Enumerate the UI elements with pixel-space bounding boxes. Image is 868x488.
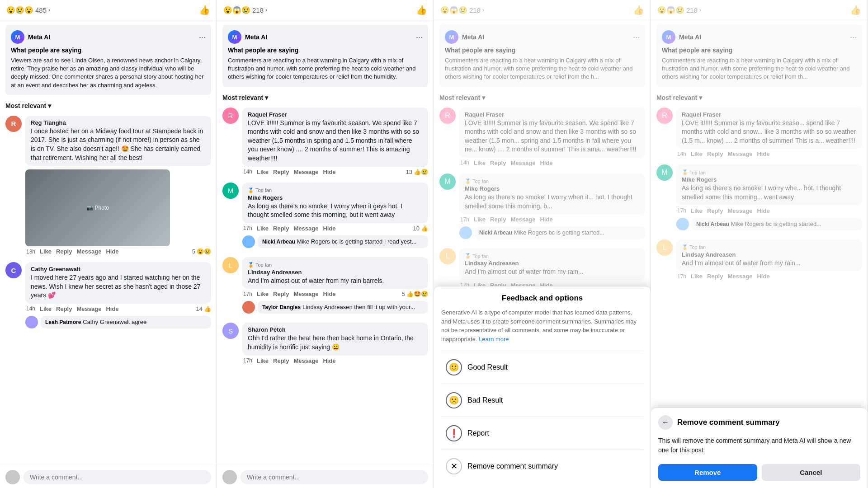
meta-ai-options-2[interactable]: ···	[416, 33, 423, 42]
message-mike[interactable]: Message	[293, 225, 318, 232]
text-lindsay-3: And I'm almost out of water from my rain…	[465, 267, 640, 277]
back-button[interactable]: ←	[658, 415, 673, 430]
like-cathy[interactable]: Like	[40, 305, 52, 312]
report-option[interactable]: ❗ Report	[441, 419, 643, 448]
text-sharon: Ohh I'd rather the heat here then back h…	[248, 334, 423, 352]
remove-actions: Remove Cancel	[658, 464, 860, 481]
top-fan-mike-3: 🏅 Top fan	[465, 178, 489, 184]
message-raquel-3: Message	[510, 160, 535, 166]
hide-mike[interactable]: Hide	[323, 225, 335, 232]
panel-2: 😮😱😢 218 › 👍 M Meta AI ··· What people ar…	[217, 0, 434, 488]
comment-content-lindsay: 🏅 Top fan Lindsay Andreasen And I'm almo…	[242, 257, 428, 316]
sort-row-1: Most relevant ▾	[0, 99, 217, 112]
feedback-title: Feedback and options	[441, 294, 643, 303]
message-reg[interactable]: Message	[76, 248, 101, 255]
bad-result-option[interactable]: 🙁 Bad Result	[441, 386, 643, 415]
bubble-mike-3: 🏅 Top fan Mike Rogers As long as there's…	[459, 174, 645, 214]
meta-ai-box-2: M Meta AI ··· What people are saying Com…	[222, 25, 428, 87]
meta-ai-avatar-3: M	[445, 30, 458, 44]
comment-input-1[interactable]	[24, 470, 211, 484]
meta-ai-avatar-1: M	[11, 30, 24, 44]
meta-ai-options-1[interactable]: ···	[199, 33, 206, 42]
divider-1	[441, 351, 643, 351]
reply-sharon[interactable]: Reply	[273, 357, 289, 364]
name-lindsay: Lindsay Andreasen	[248, 269, 423, 276]
panel-2-body: M Meta AI ··· What people are saying Com…	[217, 20, 434, 466]
comment-input-2[interactable]	[241, 470, 428, 484]
reply-raquel[interactable]: Reply	[273, 169, 289, 175]
message-lindsay[interactable]: Message	[293, 291, 318, 297]
learn-more-link[interactable]: Learn more	[479, 336, 509, 343]
reply-mike[interactable]: Reply	[273, 225, 289, 232]
like-button-1[interactable]: 👍	[199, 5, 210, 15]
sort-row-2: Most relevant ▾	[217, 91, 434, 104]
reaction-count-mike: 10 👍	[413, 225, 428, 232]
comment-content-cathy: Cathy Greenawalt I moved here 27 years a…	[25, 262, 211, 330]
hide-raquel[interactable]: Hide	[323, 169, 335, 175]
comment-content-lindsay-3: 🏅 Top fan Lindsay Andreasen And I'm almo…	[459, 248, 645, 289]
like-button-3: 👍	[633, 5, 644, 15]
sort-chevron-2: ▾	[265, 94, 268, 101]
meta-ai-header-3: M Meta AI ···	[445, 30, 640, 44]
remove-overlay: ← Remove comment summary This will remov…	[651, 408, 868, 488]
like-raquel[interactable]: Like	[257, 169, 269, 175]
bubble-reg: Reg Tiangha I once hosted her on a Midwa…	[25, 116, 211, 166]
remove-desc: This will remove the comment summary and…	[658, 436, 860, 455]
meta-ai-text-1: Viewers are sad to see Linda Olsen, a re…	[11, 56, 206, 89]
actions-raquel-3: 14h Like Reply Message Hide	[459, 160, 645, 166]
actions-reg: 13h Like Reply Message Hide 5 😮😢	[25, 248, 211, 255]
sub-comment-nicki-3: Nicki Arbeau Mike Rogers bc is getting s…	[459, 225, 645, 241]
reactions-count-2[interactable]: 😮😱😢 218 ›	[223, 6, 267, 14]
name-reg: Reg Tiangha	[31, 119, 206, 126]
reaction-count-reg: 5 😮😢	[192, 248, 211, 255]
sort-button-1[interactable]: Most relevant ▾	[5, 102, 51, 109]
message-cathy[interactable]: Message	[76, 305, 101, 312]
good-result-option[interactable]: 🙂 Good Result	[441, 353, 643, 382]
reply-lindsay[interactable]: Reply	[273, 291, 289, 297]
comment-lindsay-3: L 🏅 Top fan Lindsay Andreasen And I'm al…	[434, 244, 651, 292]
hide-cathy[interactable]: Hide	[106, 305, 118, 312]
hide-reg[interactable]: Hide	[106, 248, 118, 255]
meta-ai-title-3: What people are saying	[445, 47, 640, 54]
comment-content-reg: Reg Tiangha I once hosted her on a Midwa…	[25, 116, 211, 255]
like-lindsay[interactable]: Like	[257, 291, 269, 297]
like-button-2[interactable]: 👍	[416, 5, 427, 15]
write-avatar-1	[5, 470, 20, 484]
time-reg: 13h	[26, 249, 35, 255]
remove-cancel-button[interactable]: Cancel	[762, 464, 861, 481]
time-sharon: 17h	[243, 357, 252, 364]
chevron-icon-2: ›	[265, 7, 267, 13]
comment-lindsay: L 🏅 Top fan Lindsay Andreasen And I'm al…	[217, 253, 434, 319]
bubble-raquel: Raquel Fraser LOVE it!!!!! Summer is my …	[242, 108, 428, 167]
reactions-count-1[interactable]: 😮😢😮 485 ›	[6, 6, 50, 14]
like-reg[interactable]: Like	[40, 248, 52, 255]
comment-content-raquel-3: Raquel Fraser LOVE it!!!!! Summer is my …	[459, 108, 645, 166]
sort-button-2[interactable]: Most relevant ▾	[222, 94, 268, 101]
reaction-emojis-3: 😮😱😢	[440, 6, 467, 14]
reply-cathy[interactable]: Reply	[56, 305, 72, 312]
sort-row-3: Most relevant ▾	[434, 91, 651, 104]
sub-comment-taylor: Taylor Dangles Lindsay Andreasen then fi…	[242, 299, 428, 315]
comment-cathy: C Cathy Greenawalt I moved here 27 years…	[0, 258, 217, 334]
like-sharon[interactable]: Like	[257, 357, 269, 364]
comment-content-mike: 🏅 Top fan Mike Rogers As long as there's…	[242, 183, 428, 250]
remove-confirm-button[interactable]: Remove	[658, 464, 757, 481]
bubble-mike: 🏅 Top fan Mike Rogers As long as there's…	[242, 183, 428, 223]
reply-reg[interactable]: Reply	[56, 248, 72, 255]
remove-summary-option[interactable]: ✕ Remove comment summary	[441, 452, 643, 481]
message-raquel[interactable]: Message	[293, 169, 318, 175]
like-mike[interactable]: Like	[257, 225, 269, 232]
hide-sharon[interactable]: Hide	[323, 357, 335, 364]
name-sharon: Sharon Petch	[248, 326, 423, 333]
hide-lindsay[interactable]: Hide	[323, 291, 335, 297]
comment-content-mike-3: 🏅 Top fan Mike Rogers As long as there's…	[459, 174, 645, 241]
message-sharon[interactable]: Message	[293, 357, 318, 364]
meta-ai-box-3: M Meta AI ··· What people are saying Com…	[439, 25, 645, 87]
sub-comment-leah: Leah Patmore Cathy Greenawalt agree	[25, 314, 211, 330]
chevron-icon-1: ›	[48, 7, 50, 13]
text-reg: I once hosted her on a Midway food tour …	[31, 127, 206, 162]
meta-ai-box-1: M Meta AI ··· What people are saying Vie…	[5, 25, 211, 95]
time-mike: 17h	[243, 225, 252, 231]
divider-4	[441, 450, 643, 450]
bubble-cathy: Cathy Greenawalt I moved here 27 years a…	[25, 262, 211, 304]
